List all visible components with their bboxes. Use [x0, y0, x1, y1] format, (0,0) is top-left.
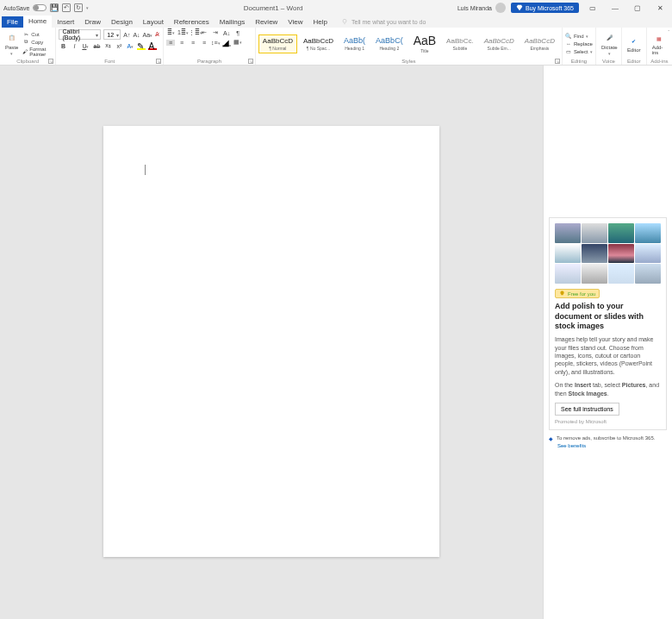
- thumb: [608, 244, 634, 264]
- cut-icon: ✂: [22, 31, 29, 38]
- side-pane: Free for you Add polish to your document…: [543, 66, 672, 619]
- line-spacing-button[interactable]: ↕≡▾: [211, 40, 220, 46]
- format-painter-button[interactable]: 🖌Format Painter: [22, 47, 53, 57]
- avatar: [495, 3, 506, 13]
- style---no-spac---[interactable]: AaBbCcD¶ No Spac...: [299, 34, 338, 53]
- styles-launcher[interactable]: ↘: [555, 59, 560, 64]
- user-account[interactable]: Luis Miranda: [457, 3, 506, 13]
- minimize-icon[interactable]: —: [607, 2, 624, 14]
- sort-button[interactable]: A↓: [222, 30, 231, 36]
- justify-button[interactable]: ≡: [200, 40, 208, 46]
- autosave-label: AutoSave: [3, 5, 29, 11]
- paste-button[interactable]: 📋 Paste ▾: [3, 30, 21, 58]
- promo-body: Images help tell your story and make you…: [555, 335, 661, 376]
- style-subtitle[interactable]: AaBbCc.Subtitle: [442, 34, 478, 53]
- style-heading-1[interactable]: AaBb(Heading 1: [339, 34, 370, 53]
- bold-button[interactable]: B: [59, 43, 67, 49]
- clipboard-launcher[interactable]: ↘: [48, 59, 53, 64]
- dictate-button[interactable]: 🎤Dictate▾: [599, 30, 620, 58]
- tab-home[interactable]: Home: [23, 16, 52, 28]
- remove-ads-note: ◆ To remove ads, subscribe to Microsoft …: [549, 435, 667, 441]
- tab-layout[interactable]: Layout: [138, 16, 169, 28]
- italic-button[interactable]: I: [70, 43, 78, 49]
- align-center-button[interactable]: ≡: [177, 40, 186, 46]
- save-icon[interactable]: 💾: [50, 3, 59, 12]
- group-editor: ✔Editor Editor: [622, 28, 647, 65]
- subscript-button[interactable]: x₂: [103, 42, 112, 49]
- undo-icon[interactable]: ↶: [62, 3, 71, 12]
- font-size-select[interactable]: 12: [103, 29, 121, 40]
- superscript-button[interactable]: x²: [115, 43, 123, 49]
- cut-button[interactable]: ✂Cut: [22, 31, 53, 38]
- show-marks-button[interactable]: ¶: [233, 30, 242, 36]
- align-left-button[interactable]: ≡: [166, 40, 175, 46]
- align-right-button[interactable]: ≡: [189, 40, 197, 46]
- style-title[interactable]: AaBTitle: [409, 31, 440, 56]
- increase-indent-button[interactable]: ⇥: [211, 29, 220, 36]
- collapse-ribbon-icon[interactable]: ˄: [668, 29, 670, 34]
- multilevel-button[interactable]: ⋮≣▾: [189, 29, 197, 36]
- mic-icon: 🎤: [603, 32, 615, 44]
- buy-m365-button[interactable]: Buy Microsoft 365: [511, 3, 579, 13]
- ribbon: 📋 Paste ▾ ✂Cut ⧉Copy 🖌Format Painter Cli…: [0, 28, 672, 66]
- autosave-toggle[interactable]: [33, 4, 47, 11]
- style-heading-2[interactable]: AaBbC(Heading 2: [371, 34, 408, 53]
- shading-button[interactable]: ◢: [222, 38, 231, 47]
- numbering-button[interactable]: 1≣▾: [177, 29, 186, 36]
- tab-draw[interactable]: Draw: [79, 16, 106, 28]
- bullets-button[interactable]: ≣▾: [166, 29, 175, 36]
- lightbulb-icon: [341, 18, 348, 25]
- tab-design[interactable]: Design: [106, 16, 138, 28]
- tab-file[interactable]: File: [2, 16, 23, 28]
- underline-button[interactable]: U▾: [81, 43, 90, 49]
- style---normal[interactable]: AaBbCcD¶ Normal: [258, 34, 297, 53]
- style-emphasis[interactable]: AaBbCcDEmphasis: [520, 34, 559, 53]
- style-subtle-em---[interactable]: AaBbCcDSubtle Em...: [480, 34, 519, 53]
- see-full-instructions-button[interactable]: See full instructions: [555, 403, 619, 416]
- group-voice: 🎤Dictate▾ Voice: [596, 28, 622, 65]
- shrink-font-button[interactable]: A↓: [133, 32, 140, 38]
- group-styles: AaBbCcD¶ NormalAaBbCcD¶ No Spac...AaBb(H…: [256, 28, 563, 65]
- text-effects-button[interactable]: A▾: [126, 43, 134, 49]
- copy-button[interactable]: ⧉Copy: [22, 39, 53, 46]
- addins-button[interactable]: ▦Add-ins: [650, 30, 669, 57]
- font-color-button[interactable]: A: [148, 41, 157, 50]
- tab-references[interactable]: References: [169, 16, 215, 28]
- replace-button[interactable]: ↔Replace: [565, 41, 593, 47]
- page[interactable]: [103, 126, 439, 557]
- thumb: [555, 244, 581, 264]
- grow-font-button[interactable]: A↑: [123, 32, 130, 38]
- strike-button[interactable]: ab: [92, 43, 101, 49]
- thumb: [582, 223, 607, 243]
- thumb: [555, 264, 581, 284]
- editor-icon: ✔: [628, 34, 640, 47]
- tab-help[interactable]: Help: [308, 16, 333, 28]
- diamond-icon: [516, 4, 523, 11]
- paragraph-launcher[interactable]: ↘: [248, 59, 253, 64]
- find-button[interactable]: 🔍Find▾: [565, 33, 593, 40]
- borders-button[interactable]: ▦▾: [233, 39, 242, 46]
- tab-view[interactable]: View: [283, 16, 308, 28]
- document-title: Document1 – Word: [89, 4, 457, 12]
- ribbon-display-icon[interactable]: ▭: [584, 2, 601, 14]
- font-family-select[interactable]: Calibri (Body): [59, 29, 101, 40]
- free-badge: Free for you: [555, 289, 600, 298]
- tab-review[interactable]: Review: [250, 16, 283, 28]
- document-canvas[interactable]: [0, 66, 543, 619]
- tab-insert[interactable]: Insert: [52, 16, 79, 28]
- tell-me-search[interactable]: Tell me what you want to do: [341, 18, 426, 25]
- font-launcher[interactable]: ↘: [156, 59, 161, 64]
- decrease-indent-button[interactable]: ⇤: [200, 29, 208, 36]
- select-button[interactable]: ▭Select▾: [565, 48, 593, 55]
- close-icon[interactable]: ✕: [651, 2, 669, 14]
- redo-icon[interactable]: ↻: [74, 3, 83, 12]
- change-case-button[interactable]: Aa▾: [143, 32, 152, 38]
- see-benefits-link[interactable]: See benefits: [557, 443, 667, 448]
- highlight-button[interactable]: ✎: [137, 41, 146, 50]
- group-addins: ▦Add-ins Add-ins ˄: [647, 28, 672, 65]
- tab-mailings[interactable]: Mailings: [215, 16, 250, 28]
- clear-format-button[interactable]: A̷: [154, 31, 161, 38]
- editor-button[interactable]: ✔Editor: [625, 33, 644, 54]
- stock-image-thumbnails: [555, 223, 661, 284]
- maximize-icon[interactable]: ▢: [629, 2, 646, 14]
